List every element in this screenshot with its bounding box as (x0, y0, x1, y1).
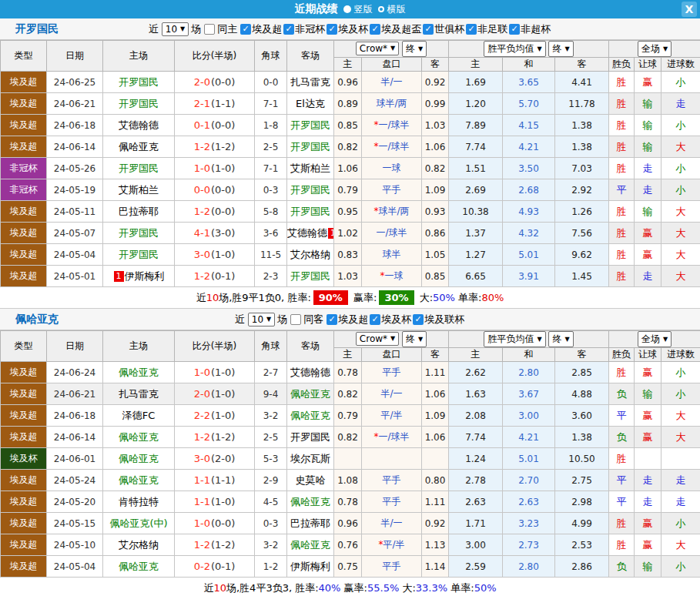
cell-goals-result: 大 (661, 201, 700, 223)
cell-avg-draw: 4.93 (503, 201, 555, 223)
cell-handicap-result: 输 (635, 115, 661, 136)
sub-header: 进球数 (661, 58, 700, 72)
final-odds-select[interactable]: 终▼ (548, 331, 573, 347)
team-label: 扎马雷克 (119, 388, 159, 400)
league-checkbox[interactable]: ✓ (370, 314, 380, 325)
cell-away-team: 巴拉蒂耶 (287, 513, 334, 534)
cell-odds-home: 0.79 (334, 179, 362, 201)
score-fulltime: 1-2 (194, 431, 210, 443)
odds-company-select[interactable]: Crow*▼ (356, 42, 399, 55)
summary-part: 场,胜9平1负0, 胜率: (219, 291, 311, 305)
sub-header: 客 (422, 58, 449, 72)
same-venue-checkbox[interactable] (204, 24, 215, 35)
cell-handicap-result: 走 (635, 158, 661, 179)
cell-result: 平 (609, 179, 635, 201)
final-odds-select[interactable]: 终▼ (402, 41, 427, 57)
cell-corners: 3-2 (255, 405, 287, 427)
team-label: 肯特拉特 (119, 496, 159, 507)
cell-avg-away: 1.38 (555, 427, 609, 448)
cell-away-team: 开罗国民 (287, 201, 334, 223)
close-icon[interactable]: X (682, 2, 697, 17)
cell-odds-home: 0.76 (334, 534, 362, 556)
cell-odds-away: 1.05 (422, 244, 449, 266)
cell-date: 24-05-07 (47, 223, 103, 244)
cell-corners: 2-7 (255, 362, 287, 383)
team-section: 开罗国民 近 10▼ 场 同主 ✓埃及超✓非冠杯✓埃及杯✓埃及超盃✓世俱杯✓非足… (0, 18, 700, 309)
cell-odds-home: 0.89 (334, 93, 362, 115)
avg-odds-select[interactable]: 胜平负均值▼ (484, 331, 545, 347)
cell-away-team: 开罗国民 (287, 115, 334, 136)
cell-corners: 3-6 (255, 223, 287, 244)
col-header: 类型 (1, 331, 47, 362)
table-row: 埃及超 24-05-20 肯特拉特 1-1(1-0) 4-5 佩哈亚克 0.78… (1, 491, 700, 513)
cell-score: 1-1(1-0) (175, 491, 255, 513)
team-label: 艾德翰德 (287, 227, 327, 239)
league-checkbox[interactable]: ✓ (370, 24, 380, 35)
cell-odds-home (334, 448, 362, 470)
col-header: 角球 (255, 331, 287, 362)
cell-avg-draw: 3.91 (503, 266, 555, 287)
cell-date: 24-06-25 (47, 72, 103, 93)
cell-avg-away: 1.45 (555, 266, 609, 287)
cell-away-team: 扎马雷克 (287, 72, 334, 93)
table-row: 埃及超 24-05-11 巴拉蒂耶 1-2(0-0) 5-8 开罗国民 0.95… (1, 201, 700, 223)
match-scope-select[interactable]: 全场▼ (638, 41, 672, 57)
cell-goals-result: 走 (661, 491, 700, 513)
sub-header: 胜负 (609, 348, 635, 362)
cell-date: 24-05-04 (47, 244, 103, 266)
score-halftime: (1-1) (211, 98, 235, 109)
summary-part: 赢率: (340, 581, 367, 595)
cell-avg-home: 6.65 (449, 266, 503, 287)
score-halftime: (1-0) (211, 249, 235, 260)
chevron-down-icon: ▼ (418, 337, 423, 343)
league-label: 埃及杯 (381, 313, 411, 326)
cell-odds-away: 0.86 (422, 223, 449, 244)
cell-league-type: 埃及超 (1, 115, 47, 136)
layout-radio-vertical[interactable]: 竖版 (343, 3, 373, 16)
match-count-select[interactable]: 10▼ (162, 22, 189, 36)
same-venue-label: 同客 (303, 313, 323, 326)
table-row: 埃及超 24-06-21 开罗国民 2-1(1-1) 7-1 El达克 0.89… (1, 93, 700, 115)
sub-header: 进球数 (661, 348, 700, 362)
cell-handicap: *平/半 (362, 534, 422, 556)
team-label: 开罗国民 (290, 270, 330, 282)
summary-part: 单率: (455, 291, 482, 305)
cell-date: 24-05-19 (47, 179, 103, 201)
cell-league-type: 埃及超 (1, 93, 47, 115)
sub-header: 主 (334, 348, 362, 362)
odds-company-select[interactable]: Crow*▼ (356, 332, 399, 346)
final-odds-select[interactable]: 终▼ (548, 41, 573, 57)
chevron-down-icon: ▼ (663, 46, 668, 52)
layout-radio-horizontal[interactable]: 横版 (378, 3, 406, 16)
score-fulltime: 0-1 (194, 119, 210, 131)
league-checkbox[interactable]: ✓ (466, 24, 477, 35)
league-checkbox[interactable]: ✓ (240, 24, 251, 35)
team-label: 伊斯梅利 (125, 270, 165, 282)
league-checkbox[interactable]: ✓ (283, 24, 294, 35)
league-checkbox[interactable]: ✓ (327, 314, 337, 325)
league-checkbox[interactable]: ✓ (423, 24, 434, 35)
col-header: 比分(半场) (175, 331, 255, 362)
league-checkbox[interactable]: ✓ (413, 314, 424, 325)
cell-corners: 0-3 (255, 179, 287, 201)
cell-league-type: 埃及超 (1, 136, 47, 158)
cell-league-type: 埃及超 (1, 266, 47, 287)
cell-avg-draw: 5.01 (503, 448, 555, 470)
same-venue-checkbox[interactable] (290, 314, 301, 325)
avg-odds-select[interactable]: 胜平负均值▼ (484, 41, 545, 57)
match-count-select[interactable]: 10▼ (248, 313, 275, 326)
red-card-badge: 1 (328, 228, 334, 239)
cell-odds-away: 1.09 (422, 179, 449, 201)
match-scope-select[interactable]: 全场▼ (638, 331, 672, 347)
team-label: 艾德翰德 (119, 119, 159, 131)
cell-goals-result: 走 (661, 470, 700, 491)
league-label: 非冠杯 (295, 22, 325, 36)
score-halftime: (0-1) (211, 561, 235, 572)
score-fulltime: 3-0 (194, 249, 210, 260)
cell-avg-away: 2.86 (555, 556, 609, 578)
final-odds-select[interactable]: 终▼ (402, 331, 427, 347)
cell-date: 24-05-24 (47, 470, 103, 491)
league-checkbox[interactable]: ✓ (327, 24, 337, 35)
cell-odds-home: 0.95 (334, 201, 362, 223)
league-checkbox[interactable]: ✓ (509, 24, 520, 35)
